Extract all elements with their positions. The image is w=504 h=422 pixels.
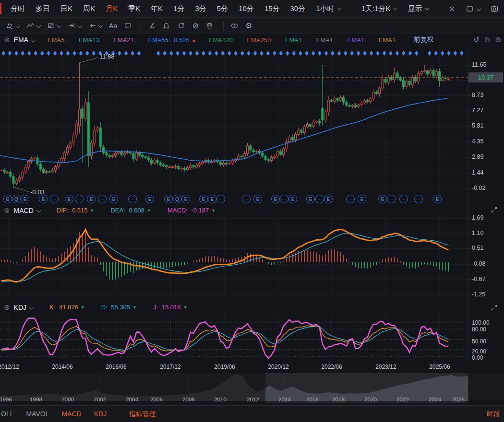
event-diamond-icon [189, 51, 192, 56]
current-price-badge: 10.37 [468, 72, 503, 82]
event-marker-E[interactable]: E [65, 195, 73, 203]
event-diamond-icon [396, 51, 399, 56]
kdj-axis-label: 100.00 [472, 319, 490, 326]
event-diamond-icon [228, 51, 231, 56]
event-diamond-icon [176, 51, 180, 56]
event-marker-more[interactable]: ··· [128, 195, 137, 203]
event-diamond-icon [66, 51, 70, 56]
event-marker-E[interactable]: E [433, 195, 442, 203]
event-diamond-icon [363, 51, 367, 56]
event-marker-Q[interactable]: Q [12, 195, 21, 203]
event-marker-E[interactable]: E [253, 195, 262, 203]
event-diamond-icon [376, 51, 380, 56]
event-marker-E[interactable]: E [21, 195, 29, 203]
event-marker-more[interactable]: ··· [75, 195, 84, 203]
date-axis-label: 2019/06 [210, 363, 239, 370]
event-diamond-icon [324, 51, 328, 56]
event-marker-E[interactable]: E [3, 195, 12, 203]
macd-axis-label: -0.67 [472, 276, 486, 282]
navigator-year-label: 1996 [0, 397, 14, 402]
event-marker-E[interactable]: E [288, 195, 297, 203]
event-marker-E[interactable]: E [181, 195, 190, 203]
event-marker-E[interactable]: E [378, 195, 387, 203]
event-diamond-icon [344, 51, 347, 56]
event-diamond-icon [318, 51, 321, 56]
event-marker-more[interactable]: ··· [346, 195, 355, 203]
event-diamond-icon [182, 51, 186, 56]
navigator-selection-window[interactable] [265, 373, 468, 403]
event-diamond-icon [137, 51, 141, 56]
navigator-year-label: 2004 [124, 397, 140, 402]
event-marker-E[interactable]: E [208, 195, 216, 203]
navigator-year-label: 2012 [245, 397, 261, 402]
event-marker-E[interactable]: E [39, 195, 48, 203]
event-diamond-icon [447, 51, 450, 56]
event-diamond-icon [124, 51, 128, 56]
macd-axis-label: 1.10 [472, 230, 483, 236]
event-marker-more[interactable]: ··· [399, 195, 408, 203]
event-diamond-icon [441, 51, 444, 56]
event-marker-E[interactable]: E [358, 195, 366, 203]
event-diamond-icon [21, 51, 24, 56]
event-diamond-icon [389, 51, 392, 56]
event-marker-more[interactable]: ··· [50, 195, 59, 203]
event-diamond-icon [331, 51, 334, 56]
event-diamond-icon [85, 51, 89, 56]
navigator-left-arrow[interactable]: ← [267, 384, 272, 390]
date-axis-label: 2014/06 [48, 363, 77, 370]
event-diamond-icon [305, 51, 309, 56]
event-diamond-icon [415, 51, 418, 56]
event-marker-E[interactable]: E [324, 195, 333, 203]
macd-axis-label: -1.25 [472, 291, 486, 298]
event-diamond-icon [337, 51, 341, 56]
navigator-right-arrow[interactable]: → [461, 384, 467, 390]
event-diamond-icon [357, 51, 360, 56]
event-diamond-icon [221, 51, 225, 56]
event-marker-Q[interactable]: Q [173, 195, 181, 203]
navigator-year-label: 2008 [180, 397, 197, 402]
event-diamond-icon [53, 51, 57, 56]
event-marker-E[interactable]: E [87, 195, 96, 203]
price-axis-label: 7.27 [472, 107, 483, 114]
event-diamond-icon [292, 51, 296, 56]
event-diamond-icon [260, 51, 263, 56]
chart-canvas[interactable]: 11.88-0.03 [0, 0, 504, 422]
event-diamond-icon [202, 51, 205, 56]
date-axis-label: 2022/06 [317, 363, 346, 370]
event-diamond-icon [34, 51, 37, 56]
event-diamond-icon [234, 51, 238, 56]
event-marker-more[interactable]: ··· [216, 195, 225, 203]
event-diamond-icon [370, 51, 373, 56]
event-diamond-icon [434, 51, 438, 56]
navigator-year-label: 2002 [92, 397, 108, 402]
navigator-year-label: 2010 [212, 397, 228, 402]
event-marker-more[interactable]: ··· [315, 195, 324, 203]
event-marker-E[interactable]: E [109, 195, 118, 203]
event-diamond-icon [240, 51, 244, 56]
event-marker-E[interactable]: E [199, 195, 208, 203]
event-diamond-icon [27, 51, 31, 56]
event-diamond-icon [131, 51, 134, 56]
event-marker-E[interactable]: E [145, 195, 154, 203]
event-marker-more[interactable]: ··· [98, 195, 107, 203]
event-diamond-icon [253, 51, 257, 56]
event-diamond-icon [163, 51, 167, 56]
event-marker-more[interactable]: ··· [280, 195, 288, 203]
event-diamond-icon [208, 51, 212, 56]
kdj-axis-label: 80.00 [472, 326, 486, 333]
price-axis-label: 8.73 [472, 92, 483, 98]
event-marker-E[interactable]: E [306, 195, 315, 203]
event-marker-more[interactable]: ··· [387, 195, 396, 203]
event-diamond-icon [47, 51, 50, 56]
event-marker-more[interactable]: ··· [414, 195, 423, 203]
event-diamond-icon [1, 51, 5, 56]
expand-panel-icon[interactable] [491, 304, 498, 313]
event-marker-E[interactable]: E [271, 195, 280, 203]
expand-panel-icon[interactable] [491, 206, 498, 215]
event-diamond-icon [247, 51, 251, 56]
date-axis-label: 2023/12 [372, 363, 400, 370]
event-marker-E[interactable]: E [164, 195, 173, 203]
event-diamond-icon [40, 51, 44, 56]
kdj-axis-label: 20.00 [472, 348, 486, 355]
event-marker-more[interactable]: ··· [242, 195, 251, 203]
